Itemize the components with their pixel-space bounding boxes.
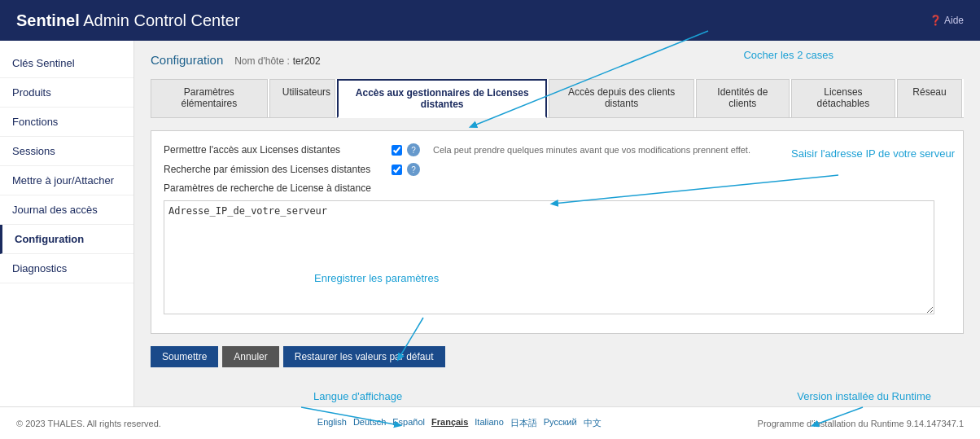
row3-label: Paramètres de recherche de License à dis… [164, 182, 371, 194]
cancel-button[interactable]: Annuler [222, 346, 278, 367]
page-wrapper: Sentinel Admin Control Center Aide Clés … [0, 0, 980, 439]
annotation-langue: Langue d'affichage [313, 390, 402, 402]
tab-acces-gestionnaires[interactable]: Accès aux gestionnaires de Licenses dist… [337, 79, 547, 118]
sidebar-item-mettre-a-jour[interactable]: Mettre à jour/Attacher [0, 166, 133, 195]
sidebar-item-diagnostics[interactable]: Diagnostics [0, 254, 133, 283]
footer-copyright: © 2023 THALES. All rights reserved. [16, 419, 161, 428]
form-row-2: Recherche par émission des Licenses dist… [164, 163, 951, 176]
sidebar-item-sessions[interactable]: Sessions [0, 137, 133, 166]
checkbox-row1[interactable] [392, 145, 402, 156]
button-row: Soumettre Annuler Restaurer les valeurs … [151, 346, 964, 367]
language-de[interactable]: Deutsch [353, 417, 386, 429]
sidebar: Clés SentinelProduitsFonctionsSessionsMe… [0, 41, 134, 406]
sidebar-item-cles-sentinel[interactable]: Clés Sentinel [0, 49, 133, 78]
footer-languages: EnglishDeutschEspañolFrançaisItaliano日本語… [317, 417, 602, 429]
page-title: Configuration [151, 53, 223, 67]
header: Sentinel Admin Control Center Aide [0, 0, 980, 41]
sidebar-item-produits[interactable]: Produits [0, 78, 133, 108]
language-fr[interactable]: Français [431, 417, 468, 429]
tab-reseau[interactable]: Réseau [897, 79, 962, 117]
row2-label: Recherche par émission des Licenses dist… [164, 164, 392, 175]
tab-identites-clients[interactable]: Identités de clients [696, 79, 790, 117]
language-ja[interactable]: 日本語 [510, 417, 537, 429]
tab-licenses-detachables[interactable]: Licenses détachables [791, 79, 895, 117]
checkbox-row2[interactable] [392, 165, 402, 175]
restore-button[interactable]: Restaurer les valeurs par défaut [283, 346, 445, 367]
submit-button[interactable]: Soumettre [151, 346, 218, 367]
footer-runtime: Programme d'installation du Runtime 9.14… [758, 419, 964, 428]
language-en[interactable]: English [317, 417, 347, 429]
help-button[interactable]: Aide [930, 15, 964, 26]
main-content: Configuration Nom d'hôte : ter202 Cocher… [134, 41, 980, 406]
info-icon-row1[interactable]: ? [407, 143, 420, 156]
annotation-version: Version installée du Runtime [797, 390, 931, 402]
tab-parametres-elementaires[interactable]: Paramètres élémentaires [151, 79, 268, 117]
language-es[interactable]: Español [392, 417, 425, 429]
hostname-label: Nom d'hôte : [234, 55, 290, 67]
sidebar-item-journal-des-acces[interactable]: Journal des accès [0, 195, 133, 225]
footer: © 2023 THALES. All rights reserved. Engl… [0, 406, 980, 439]
tab-utilisateurs[interactable]: Utilisateurs [269, 79, 335, 117]
row1-hint: Cela peut prendre quelques minutes avant… [433, 145, 750, 155]
form-row-1: Permettre l'accès aux Licenses distantes… [164, 143, 951, 156]
row1-control: ? Cela peut prendre quelques minutes ava… [392, 143, 750, 156]
header-title: Sentinel Admin Control Center [16, 11, 240, 30]
tab-acces-clients-distants[interactable]: Accès depuis des clients distants [549, 79, 694, 117]
content-area: Permettre l'accès aux Licenses distantes… [151, 130, 964, 334]
info-icon-row2[interactable]: ? [407, 163, 420, 176]
language-it[interactable]: Italiano [475, 417, 503, 429]
brand-name: Sentinel [16, 11, 80, 29]
language-zh[interactable]: 中文 [584, 417, 602, 429]
row2-control: ? [392, 163, 420, 176]
form-row-3: Paramètres de recherche de License à dis… [164, 182, 951, 314]
tabs-container: Paramètres élémentairesUtilisateursAccès… [151, 79, 964, 118]
hostname-value: ter202 [293, 55, 321, 67]
textarea-server[interactable] [164, 200, 934, 314]
row1-label: Permettre l'accès aux Licenses distantes [164, 144, 392, 156]
sidebar-item-configuration[interactable]: Configuration [0, 225, 133, 254]
main-layout: Clés SentinelProduitsFonctionsSessionsMe… [0, 41, 980, 406]
app-title: Admin Control Center [83, 11, 239, 29]
language-ru[interactable]: Русский [544, 417, 577, 429]
page-header: Configuration Nom d'hôte : ter202 [151, 53, 964, 67]
sidebar-item-fonctions[interactable]: Fonctions [0, 108, 133, 137]
